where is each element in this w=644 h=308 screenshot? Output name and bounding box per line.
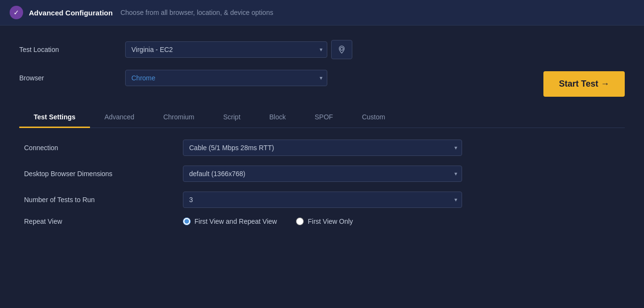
tab-chromium[interactable]: Chromium	[149, 106, 209, 128]
num-tests-select-wrapper: 1 2 3 4 5 6 7 8 9	[183, 192, 462, 208]
header-title: Advanced Configuration	[29, 9, 113, 17]
tabs-container: Test Settings Advanced Chromium Script B…	[19, 106, 625, 128]
connection-row: Connection Cable (5/1 Mbps 28ms RTT) DSL…	[19, 140, 625, 156]
num-tests-label: Number of Tests to Run	[19, 196, 183, 204]
top-form-section: Test Location Virginia - EC2 London - EC…	[19, 40, 625, 97]
tab-block[interactable]: Block	[255, 106, 300, 128]
radio-first-only[interactable]: First View Only	[296, 218, 353, 225]
tab-spof[interactable]: SPOF	[300, 106, 348, 128]
header-bar: ✓ Advanced Configuration Choose from all…	[0, 0, 644, 26]
test-location-control: Virginia - EC2 London - EC2 Tokyo - EC2 …	[125, 40, 352, 59]
tabs-list: Test Settings Advanced Chromium Script B…	[19, 106, 625, 128]
tab-custom[interactable]: Custom	[348, 106, 399, 128]
test-location-label: Test Location	[19, 46, 125, 53]
connection-select[interactable]: Cable (5/1 Mbps 28ms RTT) DSL (1.5/0.384…	[183, 140, 462, 156]
browser-select[interactable]: Chrome Firefox Safari Edge	[125, 70, 327, 86]
browser-select-wrapper: Chrome Firefox Safari Edge	[125, 70, 327, 86]
main-content: Test Location Virginia - EC2 London - EC…	[0, 26, 644, 261]
advanced-config-icon: ✓	[10, 6, 23, 19]
dimensions-label: Desktop Browser Dimensions	[19, 170, 183, 178]
test-location-row: Test Location Virginia - EC2 London - EC…	[19, 40, 543, 59]
browser-label: Browser	[19, 74, 125, 82]
radio-first-and-repeat[interactable]: First View and Repeat View	[183, 218, 277, 225]
header-subtitle: Choose from all browser, location, & dev…	[120, 9, 273, 16]
connection-label: Connection	[19, 144, 183, 152]
radio-first-and-repeat-input[interactable]	[183, 218, 191, 225]
connection-select-wrapper: Cable (5/1 Mbps 28ms RTT) DSL (1.5/0.384…	[183, 140, 462, 156]
tab-test-settings[interactable]: Test Settings	[19, 106, 90, 128]
top-form-fields: Test Location Virginia - EC2 London - EC…	[19, 40, 543, 97]
repeat-view-row: Repeat View First View and Repeat View F…	[19, 218, 625, 225]
radio-first-only-label: First View Only	[308, 218, 353, 225]
tab-advanced[interactable]: Advanced	[90, 106, 149, 128]
num-tests-row: Number of Tests to Run 1 2 3 4 5 6 7 8 9	[19, 192, 625, 208]
tab-script[interactable]: Script	[209, 106, 255, 128]
num-tests-select[interactable]: 1 2 3 4 5 6 7 8 9	[183, 192, 462, 208]
test-location-select[interactable]: Virginia - EC2 London - EC2 Tokyo - EC2 …	[125, 41, 327, 58]
browser-control: Chrome Firefox Safari Edge	[125, 70, 327, 86]
dimensions-select[interactable]: default (1366x768) 1024x768 1280x800 192…	[183, 166, 462, 182]
map-location-button[interactable]	[331, 40, 352, 59]
test-location-select-wrapper: Virginia - EC2 London - EC2 Tokyo - EC2 …	[125, 41, 327, 58]
start-test-button[interactable]: Start Test →	[543, 71, 625, 97]
dimensions-row: Desktop Browser Dimensions default (1366…	[19, 166, 625, 182]
browser-row: Browser Chrome Firefox Safari Edge	[19, 70, 543, 86]
map-pin-icon	[337, 45, 346, 54]
tab-content-test-settings: Connection Cable (5/1 Mbps 28ms RTT) DSL…	[19, 128, 625, 246]
svg-point-0	[340, 48, 343, 51]
repeat-view-label: Repeat View	[19, 218, 183, 225]
dimensions-select-wrapper: default (1366x768) 1024x768 1280x800 192…	[183, 166, 462, 182]
radio-first-and-repeat-label: First View and Repeat View	[194, 218, 277, 225]
radio-first-only-input[interactable]	[296, 218, 304, 225]
repeat-view-radio-group: First View and Repeat View First View On…	[183, 218, 353, 225]
